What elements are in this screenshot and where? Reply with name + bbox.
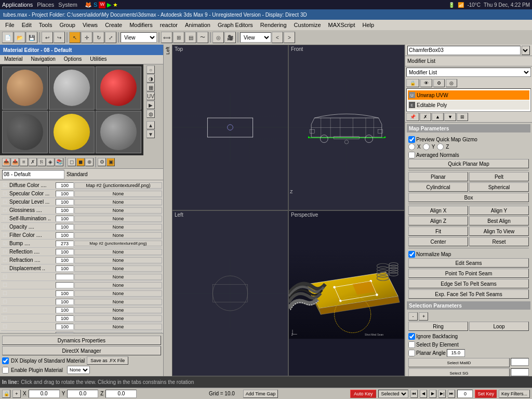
gloss-val[interactable] — [56, 207, 74, 214]
add-time-gap-btn[interactable]: Add Time Gap — [243, 390, 278, 398]
minus-btn[interactable]: - — [408, 312, 418, 321]
object-type-select[interactable]: ▼ — [522, 46, 530, 55]
mirror-btn[interactable]: ⟺ — [161, 32, 172, 43]
menu-file[interactable]: File — [2, 21, 18, 29]
box-btn[interactable]: Box — [408, 193, 529, 202]
modifier-editable-poly[interactable]: E Editable Poly — [408, 100, 529, 110]
align-y-btn[interactable]: Align Y — [469, 206, 529, 215]
diffuse-val[interactable] — [56, 182, 74, 189]
menu-group[interactable]: Group — [56, 21, 78, 29]
x-coord-input[interactable] — [29, 390, 60, 398]
select-by-element-check[interactable] — [408, 341, 415, 348]
app2-icon[interactable]: ★ — [113, 2, 118, 8]
planar-angle-input[interactable] — [447, 349, 465, 357]
normalize-map-check[interactable] — [408, 251, 415, 258]
menu-rendering[interactable]: Rendering — [257, 21, 290, 29]
menu-graph-editors[interactable]: Graph Editors — [215, 21, 256, 29]
stack-move-up-btn[interactable]: ▲ — [432, 113, 444, 121]
mat-copy-btn[interactable]: ⎘ — [37, 158, 46, 166]
tab-utilities[interactable]: Utilities — [86, 55, 111, 64]
viewport-left[interactable]: Left — [172, 210, 288, 376]
self-illum-val[interactable] — [56, 216, 74, 222]
mod-active-btn[interactable]: ◎ — [446, 79, 457, 87]
save-fx-btn[interactable]: Save as .FX File — [87, 356, 128, 365]
menu-maxscript[interactable]: MAXScript — [325, 21, 358, 29]
align-to-view-btn[interactable]: Align To View — [469, 227, 529, 236]
planar-angle-check[interactable] — [408, 350, 415, 356]
sphere-5[interactable] — [96, 111, 141, 154]
loop-btn[interactable]: Loop — [469, 322, 529, 331]
directx-manager-btn[interactable]: DirectX Manager — [2, 346, 161, 355]
firefox-icon[interactable]: 🦊 — [85, 2, 92, 8]
select-btn[interactable]: ↖ — [69, 32, 81, 43]
places-menu[interactable]: Places — [37, 2, 54, 8]
prev-frame-btn[interactable]: < — [272, 32, 283, 43]
material-name-input[interactable] — [2, 170, 64, 179]
align-btn[interactable]: ⊞ — [173, 32, 184, 43]
opacity-val[interactable] — [56, 224, 74, 230]
tab-material[interactable]: Material — [0, 55, 27, 64]
app1-icon[interactable]: ▶ — [107, 2, 111, 8]
map-params-header[interactable]: Map Parameters — [407, 124, 530, 132]
exp-face-pelt-btn[interactable]: Exp. Face Sel To Pelt Seams — [408, 289, 529, 299]
stack-pin-btn[interactable]: 📌 — [406, 113, 419, 121]
plus-btn[interactable]: + — [419, 312, 428, 321]
mat-background-btn[interactable]: ▦ — [147, 83, 155, 91]
reference-coord-select[interactable]: View World Screen — [121, 32, 157, 43]
menu-views[interactable]: Views — [79, 21, 101, 29]
averaged-normals-check[interactable] — [408, 152, 415, 158]
save-btn[interactable]: 💾 — [26, 32, 37, 43]
mat-options-btn[interactable]: ▣ — [107, 158, 115, 166]
next-key-btn[interactable]: ⏭ — [448, 390, 455, 398]
mat-scroll-up-btn[interactable]: ▲ — [147, 121, 155, 129]
redo-btn[interactable]: ↪ — [54, 32, 65, 43]
center-btn[interactable]: Center — [408, 237, 468, 246]
select-matid-btn[interactable]: Select MatID — [408, 358, 510, 367]
extra3-val[interactable] — [56, 307, 74, 313]
layer-btn[interactable]: ▤ — [185, 32, 196, 43]
empty2-val[interactable] — [56, 282, 74, 288]
extra2-val[interactable] — [56, 299, 74, 305]
spec-color-val[interactable] — [56, 191, 74, 197]
radio-z[interactable] — [437, 143, 444, 150]
frame-input[interactable] — [457, 390, 473, 398]
key-filters-btn[interactable]: Key Filters... — [499, 390, 530, 398]
open-btn[interactable]: 📂 — [14, 32, 25, 43]
matid-input[interactable] — [511, 358, 529, 366]
edge-sel-pelt-btn[interactable]: Edge Sel To Pelt Seams — [408, 279, 529, 288]
filter-val[interactable] — [56, 232, 74, 238]
mat-show-bg-btn[interactable]: ◼ — [76, 158, 85, 166]
sphere-0[interactable] — [2, 66, 48, 110]
reflect-val[interactable] — [56, 249, 74, 255]
prev-frame-key-btn[interactable]: ◀ — [420, 390, 427, 398]
mat-sample-type-btn[interactable]: ○ — [147, 65, 155, 74]
system-menu[interactable]: System — [58, 2, 77, 8]
extra5-val[interactable] — [56, 324, 74, 330]
sg-input[interactable] — [511, 368, 529, 376]
mat-show-map-btn[interactable]: ⊕ — [85, 158, 94, 166]
sphere-4[interactable] — [49, 111, 95, 154]
bump-val[interactable] — [56, 241, 74, 247]
tab-navigation[interactable]: Navigation — [27, 55, 60, 64]
planar-btn[interactable]: Planar — [408, 172, 468, 181]
view-select[interactable]: View — [240, 32, 271, 43]
menu-create[interactable]: Create — [102, 21, 125, 29]
tab-options[interactable]: Options — [60, 55, 86, 64]
skype-icon[interactable]: S — [94, 2, 97, 8]
render-btn[interactable]: 🎥 — [224, 32, 236, 43]
viewport-front[interactable]: Front Z — [288, 45, 405, 210]
stack-collapse-btn[interactable]: ⊞ — [457, 113, 468, 121]
extra1-val[interactable] — [56, 290, 74, 297]
quick-planar-map-btn[interactable]: Quick Planar Map — [408, 159, 529, 168]
mat-view-sphere-btn[interactable]: ◍ — [147, 110, 155, 118]
play-btn[interactable]: ▶ — [429, 390, 436, 398]
material-btn[interactable]: ◎ — [212, 32, 224, 43]
mat-scroll-down-btn[interactable]: ▼ — [147, 130, 155, 138]
mod-lock-btn[interactable]: 🔒 — [406, 79, 419, 87]
menu-tools[interactable]: Tools — [36, 21, 56, 29]
y-coord-input[interactable] — [67, 390, 98, 398]
spec-level-val[interactable] — [56, 199, 74, 205]
stack-move-down-btn[interactable]: ▼ — [444, 113, 456, 121]
menu-help[interactable]: Help — [360, 21, 378, 29]
plugin-dropdown[interactable]: None — [67, 366, 90, 374]
